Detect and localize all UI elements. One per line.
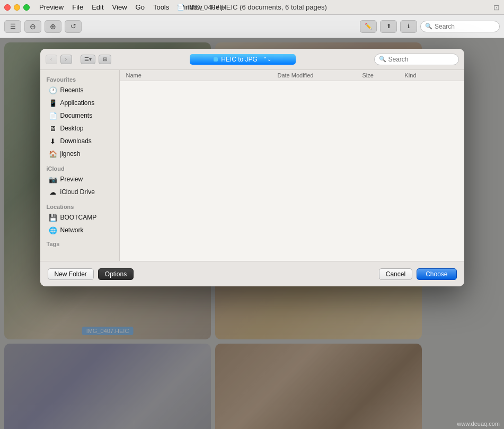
dialog-search-box: 🔍 [374,54,459,65]
view-grid-button[interactable]: ⊞ [99,55,111,64]
preview-icloud-icon: 📷 [49,175,57,183]
sidebar-item-bootcamp[interactable]: 💾 BOOTCAMP [42,211,117,224]
dialog-sidebar: Favourites 🕐 Recents 📱 Applications 📄 Do… [40,70,120,261]
icloud-drive-icon: ☁ [49,188,57,196]
sidebar-item-documents[interactable]: 📄 Documents [42,109,117,122]
titlebar: Preview File Edit View Go Tools Window H… [0,0,504,15]
forward-button[interactable]: › [60,55,72,64]
menu-go[interactable]: Go [131,2,149,12]
sidebar-item-downloads-label: Downloads [60,137,92,145]
share-button[interactable]: ⬆ [380,20,397,33]
dialog-location: HEIC to JPG ⌃⌄ [114,54,371,65]
applications-icon: 📱 [49,99,57,107]
search-box: 🔍 [420,21,500,32]
dialog-footer: New Folder Options Cancel Choose [40,261,464,286]
search-input[interactable] [435,23,495,30]
sidebar-item-downloads[interactable]: ⬇ Downloads [42,135,117,147]
sidebar-item-icloud-drive-label: iCloud Drive [60,188,95,196]
location-chevron-icon: ⌃⌄ [263,56,271,62]
back-button[interactable]: ‹ [46,55,57,64]
file-area: Name Date Modified Size Kind [120,70,464,261]
network-icon: 🌐 [49,226,57,234]
menu-view[interactable]: View [108,2,131,12]
watermark: www.deuaq.com [457,421,500,427]
location-selector[interactable]: HEIC to JPG ⌃⌄ [190,54,296,65]
info-button[interactable]: ℹ [400,20,417,33]
footer-right: Cancel Choose [379,268,457,280]
new-folder-button[interactable]: New Folder [48,268,94,280]
sidebar-item-network[interactable]: 🌐 Network [42,224,117,237]
sidebar-item-desktop-label: Desktop [60,125,84,132]
zoom-out-button[interactable]: ⊖ [24,20,41,33]
close-button[interactable] [4,4,11,11]
location-label: HEIC to JPG [221,56,258,63]
sidebar-item-preview-label: Preview [60,176,83,183]
sidebar-item-preview[interactable]: 📷 Preview [42,173,117,186]
col-name-header: Name [126,72,278,78]
view-options-button[interactable]: ☰▾ [81,55,95,64]
rotate-button[interactable]: ↺ [65,20,82,33]
icloud-label: iCloud [40,163,119,173]
home-icon: 🏠 [49,150,57,158]
sidebar-toggle-button[interactable]: ☰ [4,20,21,33]
cancel-button[interactable]: Cancel [379,268,412,280]
sidebar-item-bootcamp-label: BOOTCAMP [60,214,97,221]
sidebar-item-desktop[interactable]: 🖥 Desktop [42,122,117,135]
traffic-lights [4,4,30,11]
sidebar-item-documents-label: Documents [60,112,93,119]
col-kind-header: Kind [405,72,458,78]
documents-icon: 📄 [49,111,57,120]
choose-button[interactable]: Choose [417,268,456,280]
minimize-button[interactable] [14,4,20,11]
menu-edit[interactable]: Edit [87,2,108,12]
search-icon: 🔍 [425,23,432,30]
modal-overlay: ‹ › ☰▾ ⊞ HEIC to JPG ⌃⌄ 🔍 Favourites [0,38,504,429]
favourites-label: Favourites [40,74,119,84]
maximize-button[interactable] [23,4,30,11]
dialog-body: Favourites 🕐 Recents 📱 Applications 📄 Do… [40,70,464,261]
filelist-empty [120,81,464,261]
options-button[interactable]: Options [98,268,134,280]
dialog-toolbar: ‹ › ☰▾ ⊞ HEIC to JPG ⌃⌄ 🔍 [40,49,464,70]
dialog-search-input[interactable] [388,56,454,63]
bootcamp-icon: 💾 [49,213,57,222]
sidebar-item-network-label: Network [60,226,84,234]
titlebar-right: ⊡ [493,3,500,12]
location-dot [214,57,218,62]
tags-section: Tags [40,237,119,250]
recents-icon: 🕐 [49,86,57,94]
sidebar-item-recents[interactable]: 🕐 Recents [42,84,117,97]
fullscreen-icon[interactable]: ⊡ [493,3,500,12]
sidebar-item-applications[interactable]: 📱 Applications [42,97,117,109]
tags-label: Tags [47,239,113,248]
sidebar-item-jignesh-label: jignesh [60,150,81,157]
menu-preview[interactable]: Preview [35,2,68,12]
sidebar-item-jignesh[interactable]: 🏠 jignesh [42,147,117,160]
menu-file[interactable]: File [68,2,87,12]
footer-left: New Folder Options [48,268,134,280]
downloads-icon: ⬇ [49,137,57,145]
dialog-search-icon: 🔍 [379,56,386,63]
col-size-header: Size [362,72,405,78]
zoom-in-button[interactable]: ⊕ [45,20,61,33]
markup-button[interactable]: ✏️ [360,20,377,33]
sidebar-item-icloud-drive[interactable]: ☁ iCloud Drive [42,186,117,198]
menu-tools[interactable]: Tools [149,2,173,12]
app-toolbar: ☰ ⊖ ⊕ ↺ ✏️ ⬆ ℹ 🔍 [0,15,504,38]
window-title: 📄 IMG_0407.HEIC (6 documents, 6 total pa… [177,3,327,11]
save-dialog: ‹ › ☰▾ ⊞ HEIC to JPG ⌃⌄ 🔍 Favourites [40,49,464,286]
locations-label: Locations [40,202,119,211]
sidebar-item-applications-label: Applications [60,99,95,107]
col-date-header: Date Modified [278,72,362,78]
filelist-header: Name Date Modified Size Kind [120,70,464,81]
sidebar-item-recents-label: Recents [60,86,84,94]
desktop-icon: 🖥 [49,124,57,133]
